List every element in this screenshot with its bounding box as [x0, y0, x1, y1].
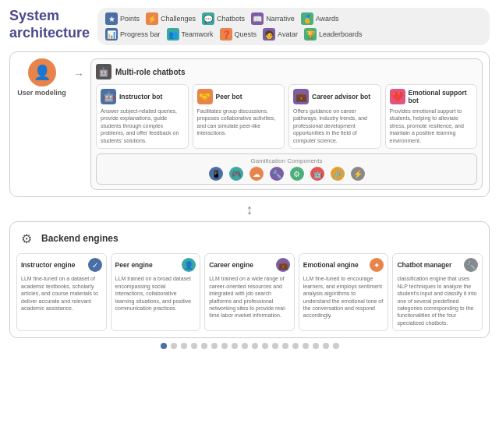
- dot-17: [333, 343, 339, 349]
- dot-6: [221, 343, 228, 349]
- engines-row: Instructor engine ✓ LLM fine-tuned on a …: [16, 253, 483, 331]
- page: System architecture ★ Points ⚡ Challenge…: [0, 0, 499, 357]
- backend-title: Backend engines: [41, 233, 119, 244]
- peer-bot-title: Peer bot: [216, 93, 242, 101]
- gc-icon-7: ⚡: [351, 167, 365, 181]
- gamif-item-points: ★ Points: [105, 12, 140, 25]
- user-modeling-row: 👤 User modeling → 🤖 Multi-role chatbots …: [16, 58, 483, 190]
- instructor-bot-header: 🤖 Instructor bot: [101, 89, 184, 104]
- dot-9: [252, 343, 258, 349]
- backend-panel: ⚙ Backend engines Instructor engine ✓ LL…: [9, 221, 490, 338]
- gc-icon-6: 🔗: [331, 167, 345, 181]
- instructor-engine-title: Instructor engine: [21, 261, 75, 269]
- career-engine-card: Career engine 💼 LLM trained on a wide ra…: [204, 253, 295, 331]
- emotional-bot-header: ❤️ Emotional support bot: [390, 89, 473, 104]
- emotional-engine-desc: LLM fine-tuned to encourage learners, an…: [303, 275, 384, 319]
- teamwork-icon: 👥: [167, 28, 179, 41]
- user-modeling-label: User modeling: [17, 89, 66, 97]
- gc-icon-2: ☁: [250, 167, 264, 181]
- dot-12: [282, 343, 288, 349]
- gc-icon-3: 🔧: [270, 167, 284, 181]
- avatar-icon: 🧑: [263, 28, 275, 41]
- chatbot-manager-badge: 🔧: [464, 258, 478, 272]
- chatbot-manager-title: Chatbot manager: [397, 261, 451, 269]
- main-chatbot-panel: 👤 User modeling → 🤖 Multi-role chatbots …: [9, 51, 490, 197]
- dot-1: [171, 343, 177, 349]
- user-modeling-box: 👤 User modeling: [16, 58, 67, 97]
- career-engine-header: Career engine 💼: [209, 258, 290, 272]
- emotional-engine-badge: ✦: [370, 258, 384, 272]
- arrow-right-icon: →: [73, 68, 84, 80]
- gc-icon-4: ⚙: [290, 167, 304, 181]
- progressbar-icon: 📊: [105, 28, 118, 41]
- gamif-item-quests: ❓ Quests: [220, 28, 257, 41]
- instructor-bot-icon: 🤖: [101, 89, 116, 104]
- peer-engine-card: Peer engine 👤 LLM trained on a broad dat…: [111, 253, 201, 331]
- leaderboards-icon: 🏆: [304, 28, 317, 41]
- gamif-item-progressbar: 📊 Progress bar: [105, 28, 161, 41]
- user-avatar: 👤: [28, 58, 56, 86]
- gamif-item-avatar: 🧑 Avatar: [263, 28, 298, 41]
- instructor-engine-header: Instructor engine ✓: [21, 258, 102, 272]
- page-title: System architecture: [9, 8, 90, 41]
- career-bot-icon: 💼: [293, 89, 309, 104]
- emotional-bot-desc: Provides emotional support to students, …: [390, 108, 473, 144]
- gc-icon-5: 🤖: [310, 167, 324, 181]
- dot-14: [303, 343, 309, 349]
- peer-engine-desc: LLM trained on a broad dataset encompass…: [115, 275, 196, 312]
- emotional-engine-title: Emotional engine: [303, 261, 359, 269]
- career-engine-title: Career engine: [209, 261, 253, 269]
- instructor-bot-title: Instructor bot: [119, 93, 162, 101]
- gamif-comp-icons: 📱 🎮 ☁ 🔧 ⚙ 🤖 🔗 ⚡: [103, 167, 470, 181]
- instructor-engine-desc: LLM fine-tuned on a dataset of academic …: [21, 275, 102, 312]
- gamification-panel: ★ Points ⚡ Challenges 💬 Chatbots 📖 Narra…: [97, 8, 490, 45]
- peer-bot-icon: 🤝: [197, 89, 213, 104]
- emotional-bot-icon: ❤️: [390, 89, 405, 104]
- backend-header: ⚙ Backend engines: [16, 228, 483, 249]
- dot-15: [313, 343, 319, 349]
- instructor-bot-card: 🤖 Instructor bot Answer subject-related …: [96, 84, 189, 149]
- gc-icon-0: 📱: [209, 167, 223, 181]
- peer-bot-desc: Facilitates group discussions, proposes …: [197, 108, 281, 137]
- peer-engine-badge: 👤: [182, 258, 196, 272]
- gamif-item-challenges: ⚡ Challenges: [146, 12, 196, 25]
- gamif-components-bar: Gamification Components 📱 🎮 ☁ 🔧 ⚙ 🤖 🔗 ⚡: [96, 153, 477, 185]
- narrative-icon: 📖: [251, 12, 264, 25]
- emotional-bot-title: Emotional support bot: [409, 89, 473, 104]
- gc-icon-1: 🎮: [229, 167, 243, 181]
- chatbot-manager-card: Chatbot manager 🔧 classification engine …: [392, 253, 483, 331]
- backend-gear-icon: ⚙: [16, 228, 37, 249]
- peer-bot-card: 🤝 Peer bot Facilitates group discussions…: [193, 84, 285, 149]
- dot-11: [272, 343, 278, 349]
- instructor-engine-badge: ✓: [88, 258, 102, 272]
- gamif-item-chatbots: 💬 Chatbots: [202, 12, 245, 25]
- title-area: System architecture ★ Points ⚡ Challenge…: [9, 8, 490, 45]
- peer-engine-header: Peer engine 👤: [115, 258, 196, 272]
- dot-3: [191, 343, 197, 349]
- peer-engine-title: Peer engine: [115, 261, 153, 269]
- career-bot-header: 💼 Career advisor bot: [293, 89, 377, 104]
- bots-row: 🤖 Instructor bot Answer subject-related …: [96, 84, 477, 149]
- instructor-bot-desc: Answer subject-related queries, provide …: [101, 108, 184, 144]
- career-bot-desc: Offers guidance on career pathways, indu…: [293, 108, 377, 144]
- multi-role-header: 🤖 Multi-role chatbots: [96, 64, 477, 79]
- emotional-engine-card: Emotional engine ✦ LLM fine-tuned to enc…: [299, 253, 389, 331]
- gamif-row-2: 📊 Progress bar 👥 Teamwork ❓ Quests 🧑 Ava…: [105, 28, 482, 41]
- gamif-row-1: ★ Points ⚡ Challenges 💬 Chatbots 📖 Narra…: [105, 12, 482, 25]
- instructor-engine-card: Instructor engine ✓ LLM fine-tuned on a …: [16, 253, 107, 331]
- dot-2: [181, 343, 187, 349]
- dot-5: [211, 343, 218, 349]
- awards-icon: 🏅: [301, 12, 313, 25]
- chatbots-icon: 💬: [202, 12, 214, 25]
- arrow-down-icon: ↕: [9, 202, 490, 218]
- chatbot-manager-header: Chatbot manager 🔧: [397, 258, 478, 272]
- quests-icon: ❓: [220, 28, 232, 41]
- career-engine-badge: 💼: [276, 258, 290, 272]
- dot-0: [161, 343, 167, 349]
- career-bot-card: 💼 Career advisor bot Offers guidance on …: [288, 84, 381, 149]
- dot-16: [323, 343, 329, 349]
- dot-13: [292, 343, 299, 349]
- dot-4: [201, 343, 207, 349]
- career-engine-desc: LLM trained on a wide range of career-or…: [209, 275, 290, 319]
- gamif-item-awards: 🏅 Awards: [301, 12, 339, 25]
